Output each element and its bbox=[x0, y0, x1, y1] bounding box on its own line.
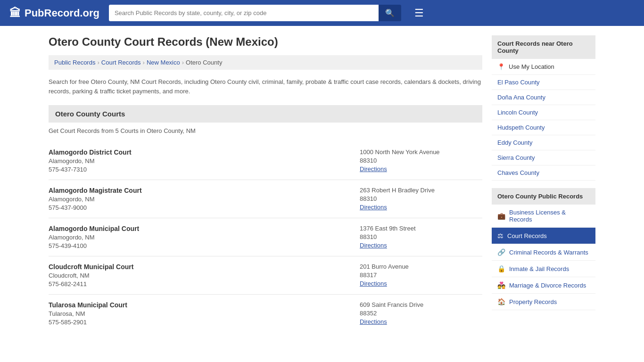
record-type-icon: 🏠 bbox=[497, 298, 505, 305]
court-city: Cloudcroft, NM bbox=[49, 272, 360, 279]
sidebar-near-section: Court Records near Otero County 📍 Use My… bbox=[492, 35, 595, 181]
search-bar: 🔍 bbox=[109, 5, 401, 21]
breadcrumb-link-court-records[interactable]: Court Records bbox=[101, 59, 141, 66]
main-container: Otero County Court Records (New Mexico) … bbox=[39, 26, 605, 342]
logo-text: PubRecord.org bbox=[25, 7, 99, 19]
record-type-icon: 💑 bbox=[497, 281, 505, 289]
hamburger-button[interactable]: ☰ bbox=[414, 7, 424, 19]
record-type-label: Marriage & Divorce Records bbox=[509, 282, 586, 289]
court-city: Alamogordo, NM bbox=[49, 234, 360, 241]
sidebar-record-link[interactable]: 💑Marriage & Divorce Records bbox=[492, 277, 595, 294]
page-description: Search for free Otero County, NM Court R… bbox=[49, 77, 482, 96]
court-entry: Alamogordo Municipal Court Alamogordo, N… bbox=[49, 218, 482, 256]
use-location-label: Use My Location bbox=[509, 63, 554, 70]
court-entry: Tularosa Municipal Court Tularosa, NM 57… bbox=[49, 295, 482, 332]
location-pin-icon: 📍 bbox=[497, 63, 505, 70]
record-type-label: Property Records bbox=[509, 298, 557, 305]
logo-icon: 🏛 bbox=[9, 7, 21, 20]
record-type-label: Criminal Records & Warrants bbox=[509, 249, 588, 256]
sidebar-record-link[interactable]: 🔗Criminal Records & Warrants bbox=[492, 244, 595, 261]
record-type-icon: ⚖ bbox=[497, 232, 504, 239]
search-button[interactable]: 🔍 bbox=[379, 5, 401, 21]
sidebar-county-link[interactable]: Lincoln County bbox=[492, 105, 595, 120]
court-zip: 88310 bbox=[360, 157, 482, 164]
sidebar-county-link[interactable]: Sierra County bbox=[492, 150, 595, 165]
record-type-label: Inmate & Jail Records bbox=[509, 265, 569, 272]
court-directions-link[interactable]: Directions bbox=[360, 318, 387, 325]
header: 🏛 PubRecord.org 🔍 ☰ bbox=[0, 0, 644, 26]
court-phone: 575-585-2901 bbox=[49, 319, 360, 326]
sidebar-public-title: Otero County Public Records bbox=[492, 188, 595, 205]
court-phone: 575-437-7310 bbox=[49, 166, 360, 173]
sidebar-records-list: 💼Business Licenses & Records⚖Court Recor… bbox=[492, 205, 595, 310]
section-subtext: Get Court Records from 5 Courts in Otero… bbox=[49, 127, 482, 134]
court-info: Alamogordo Municipal Court Alamogordo, N… bbox=[49, 225, 360, 249]
section-header: Otero County Courts bbox=[49, 105, 482, 123]
breadcrumb-sep-3: › bbox=[182, 59, 184, 66]
breadcrumb-current: Otero County bbox=[186, 59, 222, 66]
court-info: Tularosa Municipal Court Tularosa, NM 57… bbox=[49, 301, 360, 326]
court-info: Alamogordo Magistrate Court Alamogordo, … bbox=[49, 187, 360, 211]
court-city: Alamogordo, NM bbox=[49, 157, 360, 165]
court-info: Cloudcroft Municipal Court Cloudcroft, N… bbox=[49, 263, 360, 288]
court-address: 609 Saint Francis Drive 88352 Directions bbox=[360, 301, 482, 326]
court-directions-link[interactable]: Directions bbox=[360, 280, 387, 287]
court-address: 263 Robert H Bradley Drive 88310 Directi… bbox=[360, 187, 482, 211]
sidebar-public-section: Otero County Public Records 💼Business Li… bbox=[492, 188, 595, 310]
court-street: 609 Saint Francis Drive bbox=[360, 301, 482, 308]
breadcrumb-sep-2: › bbox=[143, 59, 145, 66]
record-type-icon: 🔗 bbox=[497, 248, 505, 256]
court-entry: Cloudcroft Municipal Court Cloudcroft, N… bbox=[49, 256, 482, 295]
page-title: Otero County Court Records (New Mexico) bbox=[49, 35, 482, 49]
sidebar-record-link[interactable]: 🔒Inmate & Jail Records bbox=[492, 261, 595, 277]
court-phone: 575-439-4100 bbox=[49, 242, 360, 249]
search-input[interactable] bbox=[109, 5, 379, 21]
court-address: 201 Burro Avenue 88317 Directions bbox=[360, 263, 482, 288]
sidebar-county-link[interactable]: El Paso County bbox=[492, 75, 595, 90]
breadcrumb-link-public-records[interactable]: Public Records bbox=[54, 59, 95, 66]
sidebar-record-link[interactable]: ⚖Court Records bbox=[492, 228, 595, 244]
sidebar-county-link[interactable]: Doña Ana County bbox=[492, 90, 595, 105]
court-address: 1376 East 9th Street 88310 Directions bbox=[360, 225, 482, 249]
sidebar-use-location[interactable]: 📍 Use My Location bbox=[492, 59, 595, 75]
court-street: 263 Robert H Bradley Drive bbox=[360, 187, 482, 194]
site-logo[interactable]: 🏛 PubRecord.org bbox=[9, 7, 99, 20]
sidebar-record-link[interactable]: 🏠Property Records bbox=[492, 294, 595, 310]
sidebar-near-title: Court Records near Otero County bbox=[492, 35, 595, 59]
record-type-icon: 💼 bbox=[497, 212, 505, 220]
breadcrumb-link-new-mexico[interactable]: New Mexico bbox=[147, 59, 180, 66]
breadcrumb-sep-1: › bbox=[97, 59, 99, 66]
breadcrumb: Public Records › Court Records › New Mex… bbox=[49, 55, 482, 70]
court-phone: 575-682-2411 bbox=[49, 280, 360, 288]
sidebar-counties: El Paso CountyDoña Ana CountyLincoln Cou… bbox=[492, 75, 595, 181]
sidebar-county-link[interactable]: Eddy County bbox=[492, 135, 595, 150]
court-name: Cloudcroft Municipal Court bbox=[49, 263, 360, 271]
court-directions-link[interactable]: Directions bbox=[360, 204, 387, 211]
record-type-label: Business Licenses & Records bbox=[509, 209, 590, 223]
court-city: Alamogordo, NM bbox=[49, 196, 360, 203]
court-name: Alamogordo Magistrate Court bbox=[49, 187, 360, 194]
court-directions-link[interactable]: Directions bbox=[360, 165, 387, 173]
sidebar-county-link[interactable]: Hudspeth County bbox=[492, 120, 595, 135]
court-zip: 88352 bbox=[360, 310, 482, 317]
court-street: 1376 East 9th Street bbox=[360, 225, 482, 232]
court-entry: Alamogordo Magistrate Court Alamogordo, … bbox=[49, 180, 482, 218]
sidebar-county-link[interactable]: Chaves County bbox=[492, 165, 595, 181]
courts-list: Alamogordo District Court Alamogordo, NM… bbox=[49, 142, 482, 332]
court-name: Alamogordo Municipal Court bbox=[49, 225, 360, 232]
court-phone: 575-437-9000 bbox=[49, 204, 360, 211]
content-area: Otero County Court Records (New Mexico) … bbox=[49, 35, 482, 332]
court-street: 201 Burro Avenue bbox=[360, 263, 482, 270]
sidebar: Court Records near Otero County 📍 Use My… bbox=[492, 35, 595, 332]
court-directions-link[interactable]: Directions bbox=[360, 242, 387, 249]
court-entry: Alamogordo District Court Alamogordo, NM… bbox=[49, 142, 482, 180]
court-address: 1000 North New York Avenue 88310 Directi… bbox=[360, 148, 482, 173]
court-name: Alamogordo District Court bbox=[49, 148, 360, 156]
court-zip: 88310 bbox=[360, 195, 482, 202]
sidebar-record-link[interactable]: 💼Business Licenses & Records bbox=[492, 205, 595, 228]
court-info: Alamogordo District Court Alamogordo, NM… bbox=[49, 148, 360, 173]
record-type-label: Court Records bbox=[507, 232, 547, 239]
court-zip: 88317 bbox=[360, 272, 482, 279]
record-type-icon: 🔒 bbox=[497, 265, 505, 272]
court-street: 1000 North New York Avenue bbox=[360, 148, 482, 156]
